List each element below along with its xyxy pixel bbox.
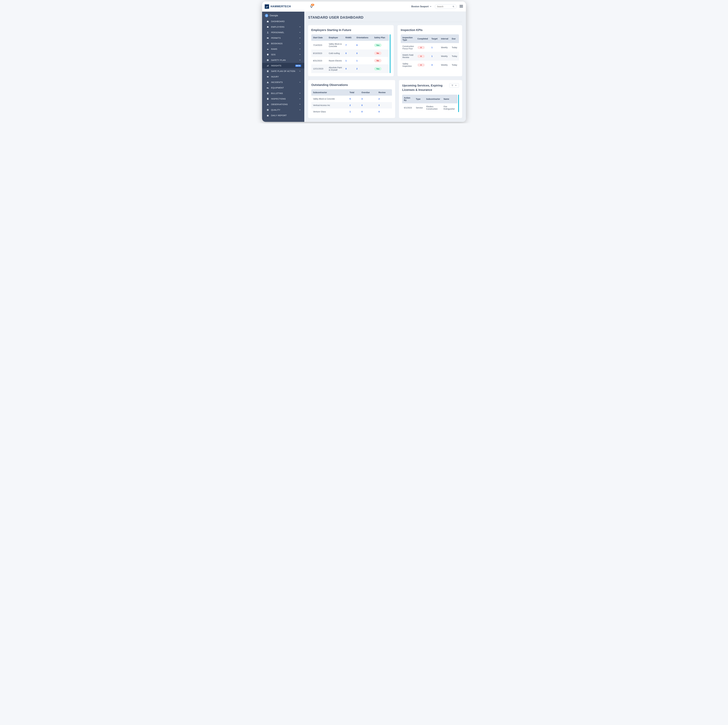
cell-safety-plan: Yes (372, 41, 389, 49)
column-header: Subcontractor (424, 95, 442, 103)
column-header: Due (450, 34, 459, 43)
svg-point-25 (267, 88, 268, 89)
sidebar-item-label: BOOKINGS (271, 42, 297, 45)
sidebar-item-dashboard[interactable]: DASHBOARD (262, 18, 304, 24)
cell-subcontractor: Venture Glass (311, 109, 348, 115)
sidebar-item-personnel[interactable]: PERSONNEL (262, 30, 304, 35)
kpi-table: Inspection TypeCompletedTargetIntervalDu… (401, 34, 459, 69)
cell-total[interactable]: 5 (348, 96, 360, 102)
project-switcher[interactable]: Boston Seaport (411, 5, 432, 8)
chevron-down-icon (299, 37, 301, 39)
cell-overdue[interactable]: 3 (360, 96, 377, 102)
table-row: Valley Block & Concrete 5 3 2 (311, 96, 392, 102)
search-box[interactable] (435, 5, 457, 9)
cell-orientations[interactable]: 1 (355, 57, 372, 64)
cell-completed: 0 (416, 52, 430, 61)
cell-employer: Cold roofing (327, 49, 344, 57)
cell-orientations[interactable]: 9 (355, 41, 372, 49)
nav-icon (266, 81, 269, 83)
scroll-indicator[interactable] (390, 34, 390, 73)
sidebar-item-observations[interactable]: OBSERVATIONS (262, 102, 304, 107)
sidebar-item-bulletins[interactable]: BULLETINS (262, 90, 304, 96)
cell-action-by: 6/1/2023 (402, 103, 414, 112)
cell-review[interactable]: 0 (377, 109, 392, 115)
svg-rect-35 (267, 110, 268, 110)
sidebar-item-label: INSIGHTS (271, 64, 293, 67)
menu-button[interactable] (459, 4, 463, 9)
sidebar-item-quality[interactable]: QUALITY (262, 107, 304, 113)
nav-icon (266, 54, 269, 56)
brand-logo[interactable]: HAMMERTECH (265, 5, 307, 9)
sidebar-item-permits[interactable]: PERMITS (262, 35, 304, 41)
cell-target[interactable]: 1 (430, 52, 439, 61)
cell-completed: 0 (416, 43, 430, 52)
cell-orientations[interactable]: 0 (355, 49, 372, 57)
nav-icon (266, 114, 269, 116)
sidebar-item-safety-plan[interactable]: SAFETY PLAN (262, 57, 304, 63)
chevron-down-icon (299, 98, 301, 100)
sidebar-item-sds[interactable]: SDS (262, 52, 304, 57)
sidebar-item-incidents[interactable]: INCIDENTS (262, 80, 304, 85)
sidebar-item-bookings[interactable]: BOOKINGS (262, 41, 304, 46)
card-title: Inspection KPIs (401, 28, 459, 32)
cell-rams[interactable]: 7 (344, 41, 355, 49)
sidebar-item-label: SAFE PLAN OF ACTION (271, 70, 297, 72)
cell-total[interactable]: 1 (348, 109, 360, 115)
table-row: RAMS Field Review 0 1 Weekly Today (401, 52, 459, 61)
search-icon (453, 5, 454, 8)
sidebar-item-label: INSPECTIONS (271, 98, 297, 100)
cell-rams[interactable]: 0 (344, 64, 355, 73)
cell-orientations[interactable]: 2 (355, 64, 372, 73)
sidebar-item-daily-report[interactable]: DAILY REPORT (262, 113, 304, 118)
svg-point-26 (268, 88, 269, 89)
sidebar-item-label: EMPLOYERS (271, 26, 297, 28)
chevron-down-icon (299, 26, 301, 28)
chevron-down-icon (299, 70, 301, 72)
cell-due: Today (450, 43, 459, 52)
sidebar-item-label: SAFETY PLAN (271, 59, 297, 61)
sidebar-item-insights[interactable]: INSIGHTS BETA (262, 63, 304, 69)
cell-target[interactable]: 1 (430, 43, 439, 52)
scroll-indicator[interactable] (458, 95, 459, 112)
column-header: Total (348, 89, 360, 96)
chevron-down-icon (430, 5, 432, 8)
sidebar-item-injury[interactable]: INJURY (262, 74, 304, 80)
chevron-down-icon (455, 84, 457, 87)
sidebar-item-inspections[interactable]: INSPECTIONS (262, 96, 304, 102)
sidebar-item-employers[interactable]: EMPLOYERS (262, 24, 304, 30)
svg-rect-24 (267, 88, 268, 89)
cell-interval: Weekly (439, 43, 450, 52)
column-header: Overdue (360, 89, 377, 96)
cell-rams[interactable]: 0 (344, 49, 355, 57)
nav-icon (266, 37, 269, 39)
sidebar-item-equipment[interactable]: EQUIPMENT (262, 85, 304, 90)
sidebar-item-label: QUALITY (271, 109, 297, 111)
cell-target[interactable]: 3 (430, 61, 439, 69)
cell-safety-plan: No (372, 57, 389, 64)
nav-icon (266, 70, 269, 72)
sidebar-item-label: OBSERVATIONS (271, 103, 297, 106)
sidebar-item-label: SDS (271, 54, 297, 56)
sidebar-item-rams[interactable]: RAMS (262, 46, 304, 52)
cell-rams[interactable]: 1 (344, 57, 355, 64)
cell-interval: Weekly (439, 52, 450, 61)
sidebar-item-label: DASHBOARD (271, 20, 301, 23)
cell-inspection-type: Construction Focus Four (401, 43, 416, 52)
sidebar: Georgia DASHBOARD EMPLOYERS PERSONNEL PE… (262, 12, 304, 122)
nav-icon (266, 98, 269, 100)
search-input[interactable] (437, 5, 451, 8)
cell-review[interactable]: 0 (377, 102, 392, 109)
user-profile[interactable]: Georgia (262, 12, 304, 18)
chevron-down-icon (299, 92, 301, 95)
cell-due: Today (450, 61, 459, 69)
cell-total[interactable]: 2 (348, 102, 360, 109)
cell-overdue[interactable]: 0 (360, 109, 377, 115)
sidebar-item-label: PERMITS (271, 37, 297, 39)
cell-overdue[interactable]: 0 (360, 102, 377, 109)
nav-icon (266, 42, 269, 45)
notifications-button[interactable]: 42 (310, 5, 313, 8)
table-row: Vertical Access Inc 2 0 0 (311, 102, 392, 109)
filter-button[interactable] (449, 83, 459, 88)
sidebar-item-safe-plan-of-action[interactable]: SAFE PLAN OF ACTION (262, 69, 304, 74)
cell-review[interactable]: 2 (377, 96, 392, 102)
